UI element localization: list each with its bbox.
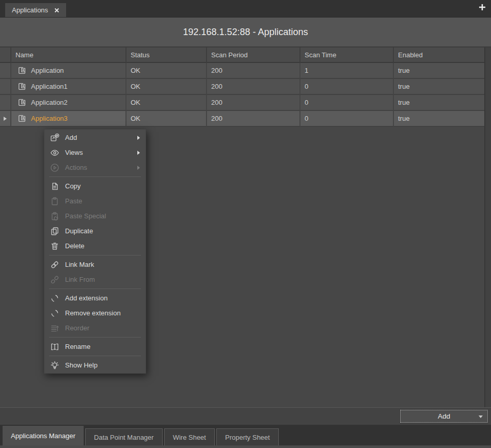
menu-item-label: Show Help [65, 361, 98, 369]
cell-enabled[interactable]: true [394, 111, 484, 127]
cell-scan-period[interactable]: 200 [207, 79, 300, 95]
menu-item-label: Link From [65, 276, 95, 283]
menu-separator [49, 356, 141, 356]
view-tab-data-point-manager[interactable]: Data Point Manager [85, 428, 163, 445]
table-header: NameStatusScan PeriodScan TimeEnabled [0, 47, 484, 63]
view-tab-label: Property Sheet [225, 434, 270, 441]
vertical-scrollbar[interactable] [484, 47, 491, 407]
application-icon [18, 66, 26, 75]
menu-item-label: Paste Special [65, 212, 106, 220]
rename-icon [50, 342, 59, 351]
menu-item-label: Copy [65, 182, 81, 190]
menu-item-label: Duplicate [65, 227, 93, 235]
add-button-label: Add [438, 412, 450, 420]
show-help-icon [50, 361, 59, 370]
cell-name[interactable]: Application [11, 63, 126, 79]
menu-item-label: Paste [65, 197, 82, 205]
column-header-name[interactable]: Name [11, 47, 126, 63]
current-row-marker-icon [4, 117, 7, 121]
cell-status[interactable]: OK [126, 111, 207, 127]
tab-label: Applications [12, 6, 48, 14]
cell-scan-period[interactable]: 200 [207, 63, 300, 79]
add-button[interactable]: Add [400, 410, 488, 423]
menu-item-add-extension[interactable]: Add extension [44, 291, 146, 306]
table-row-application3[interactable]: Application3OK2000true [0, 111, 484, 127]
application-name: Application [31, 67, 64, 74]
close-icon[interactable] [54, 8, 59, 13]
menu-item-paste-special: Paste Special [44, 209, 146, 223]
application-name: Application3 [31, 115, 68, 122]
header-gutter-cell [0, 47, 11, 63]
menu-item-copy[interactable]: Copy [44, 179, 146, 194]
menu-item-label: Rename [65, 343, 90, 350]
view-tab-bar: Applications ManagerData Point ManagerWi… [0, 425, 491, 448]
cell-name[interactable]: Application3 [11, 111, 126, 127]
menu-item-add[interactable]: Add [44, 130, 146, 145]
page-title: 192.168.1.52:88 - Applications [183, 27, 308, 38]
cell-scan-time[interactable]: 0 [300, 79, 394, 95]
title-bar: 192.168.1.52:88 - Applications [0, 18, 491, 46]
row-gutter-cell [0, 63, 11, 79]
view-tab-wire-sheet[interactable]: Wire Sheet [164, 428, 215, 445]
menu-item-link-mark[interactable]: Link Mark [44, 257, 146, 272]
menu-item-show-help[interactable]: Show Help [44, 358, 146, 373]
table-row-application[interactable]: ApplicationOK2001true [0, 63, 484, 79]
cell-scan-period[interactable]: 200 [207, 95, 300, 111]
cell-name[interactable]: Application1 [11, 79, 126, 95]
new-tab-button[interactable] [479, 4, 486, 11]
delete-icon [50, 242, 59, 251]
menu-item-label: Remove extension [65, 309, 121, 317]
context-menu: AddViewsActionsCopyPastePaste SpecialDup… [44, 129, 146, 374]
menu-item-label: Add [65, 134, 77, 141]
menu-item-views[interactable]: Views [44, 145, 146, 160]
chevron-down-icon[interactable] [479, 415, 483, 418]
menu-item-remove-extension[interactable]: Remove extension [44, 306, 146, 321]
cell-status[interactable]: OK [126, 95, 207, 111]
views-icon [50, 148, 59, 157]
cell-status[interactable]: OK [126, 63, 207, 79]
row-gutter-cell [0, 79, 11, 95]
row-gutter-cell [0, 95, 11, 111]
row-gutter-cell [0, 111, 11, 127]
submenu-arrow-icon [137, 151, 140, 155]
view-tab-property-sheet[interactable]: Property Sheet [216, 428, 279, 445]
menu-item-reorder: Reorder [44, 321, 146, 335]
add-extension-icon [50, 294, 59, 303]
menu-item-label: Actions [65, 164, 87, 171]
add-icon [50, 133, 59, 142]
cell-scan-time[interactable]: 0 [300, 111, 394, 127]
application-name: Application2 [31, 99, 68, 106]
cell-scan-time[interactable]: 0 [300, 95, 394, 111]
menu-item-paste: Paste [44, 194, 146, 209]
menu-item-duplicate[interactable]: Duplicate [44, 223, 146, 238]
menu-item-label: Reorder [65, 324, 89, 332]
cell-enabled[interactable]: true [394, 63, 484, 79]
cell-scan-time[interactable]: 1 [300, 63, 394, 79]
paste-special-icon [50, 212, 59, 221]
menu-item-delete[interactable]: Delete [44, 238, 146, 253]
application-icon [18, 114, 26, 123]
column-header-scan-time[interactable]: Scan Time [300, 47, 394, 63]
table-row-application2[interactable]: Application2OK2000true [0, 95, 484, 111]
paste-icon [50, 197, 59, 206]
table-row-application1[interactable]: Application1OK2000true [0, 79, 484, 95]
cell-name[interactable]: Application2 [11, 95, 126, 111]
view-tab-applications-manager[interactable]: Applications Manager [3, 426, 84, 445]
link-from-icon [50, 275, 59, 284]
cell-scan-period[interactable]: 200 [207, 111, 300, 127]
column-header-status[interactable]: Status [126, 47, 207, 63]
column-header-enabled[interactable]: Enabled [394, 47, 484, 63]
menu-item-label: Views [65, 149, 83, 156]
menu-item-label: Link Mark [65, 261, 94, 268]
reorder-icon [50, 324, 59, 333]
actions-icon [50, 163, 59, 172]
menu-item-rename[interactable]: Rename [44, 339, 146, 354]
cell-enabled[interactable]: true [394, 95, 484, 111]
cell-status[interactable]: OK [126, 79, 207, 95]
column-header-scan-period[interactable]: Scan Period [207, 47, 300, 63]
tab-applications[interactable]: Applications [5, 3, 66, 17]
menu-separator [49, 177, 141, 177]
application-icon [18, 82, 26, 91]
menu-separator [49, 337, 141, 338]
cell-enabled[interactable]: true [394, 79, 484, 95]
